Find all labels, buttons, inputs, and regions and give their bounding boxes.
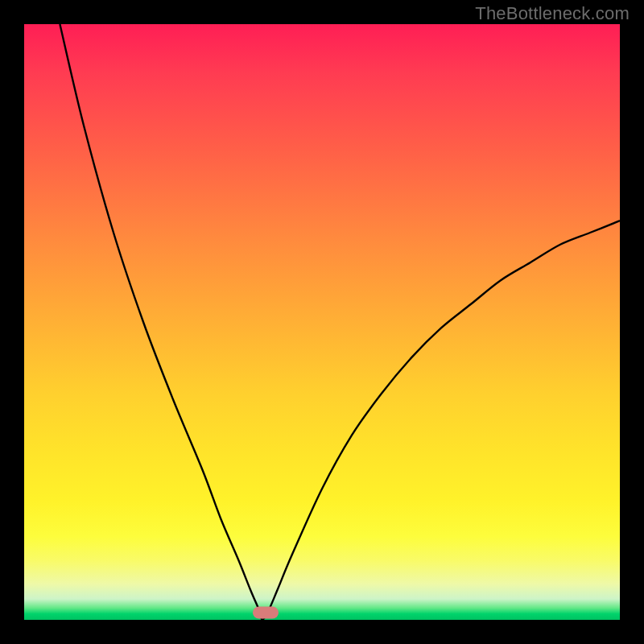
curve-path xyxy=(60,24,620,620)
watermark-text: TheBottleneck.com xyxy=(475,3,630,24)
minimum-marker xyxy=(253,607,279,619)
plot-area xyxy=(24,24,620,620)
chart-container: TheBottleneck.com xyxy=(0,0,644,644)
bottleneck-curve xyxy=(24,24,620,620)
